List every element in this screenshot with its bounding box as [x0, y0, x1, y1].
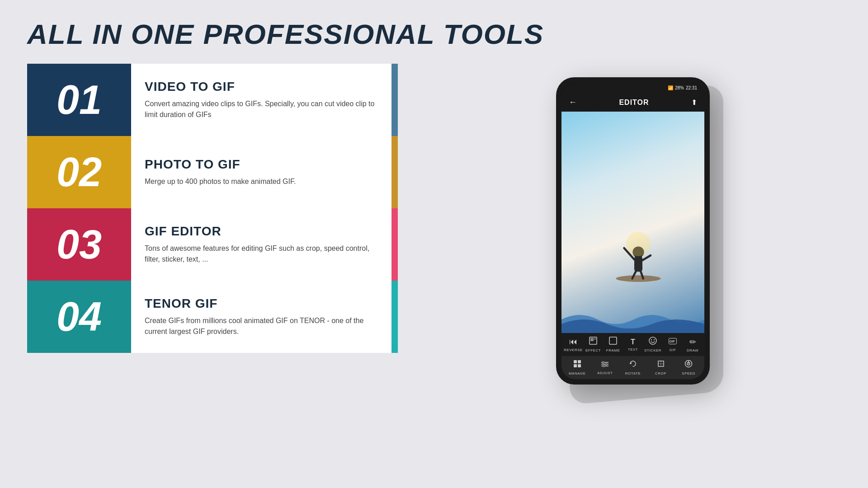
features-list: 01 VIDEO TO GIF Convert amazing video cl…	[27, 64, 398, 470]
feature-title-4: TENOR GIF	[145, 296, 378, 311]
effect-icon	[589, 337, 597, 347]
toolbar-row2: MANAGE A	[561, 356, 704, 379]
reverse-icon: ⏮	[569, 337, 577, 347]
feature-number-1: 01	[57, 80, 102, 120]
svg-point-12	[649, 337, 656, 344]
feature-row-4: 04 TENOR GIF Create GIFs from millions c…	[27, 281, 398, 353]
feature-row-2: 02 PHOTO TO GIF Merge up to 400 photos t…	[27, 136, 398, 208]
text-label: TEXT	[628, 347, 638, 352]
tool-gif[interactable]: GIF GIF	[663, 337, 683, 352]
feature-desc-2: Merge up to 400 photos to make animated …	[145, 176, 378, 187]
svg-rect-18	[578, 360, 581, 363]
svg-point-0	[616, 275, 661, 282]
svg-point-7	[626, 232, 651, 256]
upload-icon[interactable]: ⬆	[691, 98, 697, 107]
feature-number-box-1: 01	[27, 64, 131, 136]
reverse-label: REVERSE	[564, 348, 583, 352]
feature-accent-2	[392, 136, 398, 208]
feature-number-box-2: 02	[27, 136, 131, 208]
surfer-image	[611, 207, 665, 289]
tool-manage[interactable]: MANAGE	[567, 360, 587, 375]
tool-effect[interactable]: EFFECT	[583, 337, 603, 352]
adjust-icon	[601, 360, 609, 370]
feature-number-4: 04	[57, 296, 102, 337]
feature-accent-4	[392, 281, 398, 353]
effect-label: EFFECT	[585, 348, 601, 352]
feature-title-3: GIF EDITOR	[145, 224, 378, 239]
image-area	[561, 112, 704, 333]
svg-point-26	[603, 365, 605, 367]
svg-point-24	[602, 361, 604, 363]
gif-label: GIF	[670, 348, 676, 352]
tool-sticker[interactable]: STICKER	[643, 337, 663, 352]
svg-marker-27	[630, 362, 632, 364]
feature-content-3: GIF EDITOR Tons of awesome features for …	[131, 208, 392, 281]
svg-rect-10	[594, 338, 596, 340]
feature-title-1: VIDEO TO GIF	[145, 80, 378, 94]
feature-desc-1: Convert amazing video clips to GIFs. Spe…	[145, 99, 378, 120]
feature-accent-3	[392, 208, 398, 281]
rotate-icon	[629, 360, 637, 370]
main-content: 01 VIDEO TO GIF Convert amazing video cl…	[27, 64, 841, 470]
svg-point-13	[651, 339, 652, 340]
phone-section: 📶 28% 22:31 ← EDITOR ⬆	[425, 64, 841, 470]
tool-text[interactable]: T TEXT	[623, 338, 643, 352]
speed-label: SPEED	[682, 371, 695, 375]
manage-label: MANAGE	[569, 371, 586, 375]
feature-desc-3: Tons of awesome features for editing GIF…	[145, 243, 378, 265]
time-text: 22:31	[686, 85, 697, 90]
svg-rect-11	[609, 337, 617, 344]
feature-row-3: 03 GIF EDITOR Tons of awesome features f…	[27, 208, 398, 281]
app-header: ← EDITOR ⬆	[561, 93, 704, 112]
adjust-label: ADJUST	[597, 371, 613, 375]
feature-number-box-3: 03	[27, 208, 131, 281]
svg-rect-17	[574, 360, 577, 363]
feature-content-1: VIDEO TO GIF Convert amazing video clips…	[131, 64, 392, 136]
svg-point-25	[605, 363, 607, 365]
status-icons: 📶 28% 22:31	[668, 85, 697, 90]
sticker-label: STICKER	[644, 348, 661, 352]
tool-speed[interactable]: SPEED	[679, 360, 698, 375]
tool-adjust[interactable]: ADJUST	[595, 360, 615, 375]
crop-label: CROP	[655, 371, 666, 375]
tool-draw[interactable]: ✏ DRAW	[683, 337, 703, 352]
editor-title: EDITOR	[619, 99, 649, 107]
sticker-icon	[649, 337, 657, 347]
tool-frame[interactable]: FRAME	[603, 337, 623, 352]
svg-rect-9	[590, 338, 594, 341]
svg-point-14	[654, 339, 655, 340]
gif-icon: GIF	[669, 337, 677, 347]
frame-label: FRAME	[606, 348, 620, 352]
feature-desc-4: Create GIFs from millions cool animated …	[145, 315, 378, 337]
draw-label: DRAW	[687, 348, 698, 352]
crop-icon	[657, 360, 665, 370]
text-icon: T	[631, 338, 635, 346]
back-arrow-icon[interactable]: ←	[569, 98, 577, 107]
feature-row-1: 01 VIDEO TO GIF Convert amazing video cl…	[27, 64, 398, 136]
page-title: ALL IN ONE PROFESSIONAL TOOLS	[27, 18, 841, 50]
toolbar-row1: ⏮ REVERSE EFFECT	[561, 333, 704, 356]
sim-icon: 📶	[668, 85, 673, 90]
svg-rect-19	[574, 364, 577, 367]
feature-number-box-4: 04	[27, 281, 131, 353]
svg-text:GIF: GIF	[670, 340, 675, 343]
speed-icon	[684, 360, 693, 370]
rotate-label: ROTATE	[625, 371, 641, 375]
feature-content-2: PHOTO TO GIF Merge up to 400 photos to m…	[131, 136, 392, 208]
feature-content-4: TENOR GIF Create GIFs from millions cool…	[131, 281, 392, 353]
feature-title-2: PHOTO TO GIF	[145, 157, 378, 172]
battery-text: 28%	[675, 85, 684, 90]
tool-rotate[interactable]: ROTATE	[623, 360, 643, 375]
manage-icon	[573, 360, 581, 370]
frame-icon	[609, 337, 617, 347]
feature-number-2: 02	[57, 152, 102, 192]
status-bar: 📶 28% 22:31	[561, 83, 704, 93]
phone-mockup: 📶 28% 22:31 ← EDITOR ⬆	[556, 77, 710, 385]
phone-screen: 📶 28% 22:31 ← EDITOR ⬆	[561, 83, 704, 379]
tool-reverse[interactable]: ⏮ REVERSE	[563, 337, 583, 352]
tool-crop[interactable]: CROP	[651, 360, 671, 375]
svg-rect-20	[578, 364, 581, 367]
draw-icon: ✏	[689, 337, 696, 347]
svg-line-5	[642, 255, 651, 260]
svg-rect-3	[634, 256, 642, 272]
